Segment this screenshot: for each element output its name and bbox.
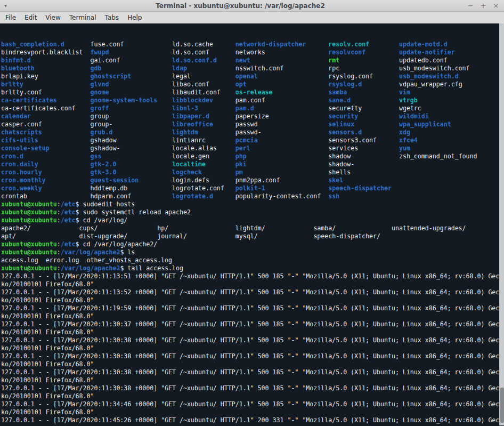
terminal-line: chatscripts grub.d lightdm passwd- senso…	[1, 128, 504, 136]
maximize-button[interactable]: +	[479, 1, 487, 11]
terminal-line: 127.0.0.1 - - [17/Mar/2020:11:30:38 +000…	[1, 352, 504, 360]
menu-item-tabs[interactable]: Tabs	[101, 13, 124, 22]
menu-item-help[interactable]: Help	[123, 13, 146, 22]
terminal-line: cron.monthly guest-session login.defs pn…	[1, 176, 504, 184]
menu-item-terminal[interactable]: Terminal	[65, 13, 101, 22]
terminal-line: bash_completion.d fuse.conf ld.so.cache …	[1, 41, 504, 49]
terminal-line: brlapi.key ghostscript legal openal rsys…	[1, 73, 504, 81]
terminal-line: ko/20100101 Firefox/68.0"	[1, 408, 504, 416]
terminal-line: xubuntu@xubuntu:/var/log/apache2$ ls	[1, 248, 504, 256]
window-menu-icon[interactable]: ▾	[4, 3, 14, 9]
terminal-output[interactable]: bash_completion.d fuse.conf ld.so.cache …	[0, 23, 504, 425]
terminal-line: calendar group libpaper.d papersize secu…	[1, 112, 504, 120]
scrollbar-thumb[interactable]	[500, 388, 504, 423]
terminal-line: ko/20100101 Firefox/68.0"	[1, 328, 504, 336]
terminal-line: crontab hdparm.conf logrotate.d populari…	[1, 192, 504, 200]
terminal-line: access.log error.log other_vhosts_access…	[1, 256, 504, 264]
terminal-line: xubuntu@xubuntu:/etc$ cd /var/log/apache…	[1, 240, 504, 248]
terminal-line: xubuntu@xubuntu:/etc$ sudo systemctl rel…	[1, 208, 504, 216]
terminal-line: ko/20100101 Firefox/68.0"	[1, 280, 504, 288]
terminal-line: ko/20100101 Firefox/68.0"	[1, 360, 504, 368]
close-button[interactable]: ×	[492, 1, 500, 11]
terminal-line: ko/20100101 Firefox/68.0"	[1, 344, 504, 352]
menu-item-edit[interactable]: Edit	[20, 13, 41, 22]
terminal-line: console-setup gshadow- locale.alias perl…	[1, 144, 504, 152]
scrollbar-track[interactable]	[499, 23, 504, 425]
terminal-line: cron.hourly gtk-3.0 logcheck pm shells	[1, 168, 504, 176]
terminal-line: 127.0.0.1 - - [17/Mar/2020:11:13:51 +000…	[1, 272, 504, 280]
terminal-line: cron.weekly hddtemp.db logrotate.conf po…	[1, 184, 504, 192]
terminal-line: brltty.conf gnome libaudit.conf os-relea…	[1, 89, 504, 97]
terminal-line: apache2/ cups/ hp/ lightdm/ samba/ unatt…	[1, 224, 504, 232]
terminal-line: apt/ dist-upgrade/ journal/ mysql/ speec…	[1, 232, 504, 240]
terminal-lines: bash_completion.d fuse.conf ld.so.cache …	[1, 41, 504, 425]
terminal-line: ko/20100101 Firefox/68.0"	[1, 312, 504, 320]
terminal-line: 127.0.0.1 - - [17/Mar/2020:11:30:38 +000…	[1, 336, 504, 344]
terminal-line: xubuntu@xubuntu:/etc$ cd /var/log/	[1, 216, 504, 224]
titlebar: ▾ Terminal - xubuntu@xubuntu: /var/log/a…	[0, 0, 504, 12]
terminal-line: ko/20100101 Firefox/68.0"	[1, 392, 504, 400]
terminal-line: cifs-utils gshadow lintianrc pcmcia sens…	[1, 136, 504, 144]
terminal-line: cron.daily gtk-2.0 localtime pki shadow-	[1, 160, 504, 168]
menubar: FileEditViewTerminalTabsHelp	[0, 12, 504, 23]
terminal-line: ko/20100101 Firefox/68.0"	[1, 296, 504, 304]
terminal-line: 127.0.0.1 - - [17/Mar/2020:11:30:38 +000…	[1, 384, 504, 392]
terminal-line: 127.0.0.1 - - [17/Mar/2020:11:30:38 +000…	[1, 368, 504, 376]
terminal-line: 127.0.0.1 - - [17/Mar/2020:11:13:52 +000…	[1, 288, 504, 296]
terminal-line: xubuntu@xubuntu:/var/log/apache2$ tail a…	[1, 264, 504, 272]
minimize-button[interactable]: −	[467, 1, 474, 11]
terminal-line: 127.0.0.1 - - [17/Mar/2020:11:45:26 +000…	[1, 416, 504, 424]
terminal-line: ca-certificates.conf groff libnl-3 pam.d…	[1, 105, 504, 112]
terminal-line: ko/20100101 Firefox/68.0"	[1, 424, 504, 425]
terminal-line: 127.0.0.1 - - [17/Mar/2020:11:19:59 +000…	[1, 304, 504, 312]
window-title: Terminal - xubuntu@xubuntu: /var/log/apa…	[14, 2, 467, 10]
terminal-line: bindresvport.blacklist fwupd ld.so.conf …	[1, 49, 504, 57]
terminal-line: brltty glvnd libao.conf opt rsyslog.d vd…	[1, 81, 504, 89]
terminal-line: 127.0.0.1 - - [17/Mar/2020:11:34:46 +000…	[1, 400, 504, 408]
terminal-line: xubuntu@xubuntu:/etc$ sudoedit hosts	[1, 200, 504, 208]
terminal-line: ko/20100101 Firefox/68.0"	[1, 376, 504, 384]
terminal-line: ca-certificates gnome-system-tools libbl…	[1, 97, 504, 105]
window-controls: − + ×	[467, 1, 500, 11]
terminal-line: 127.0.0.1 - - [17/Mar/2020:11:30:37 +000…	[1, 320, 504, 328]
menu-item-file[interactable]: File	[1, 13, 20, 22]
terminal-line: cron.d gss locale.gen php shadow zsh_com…	[1, 152, 504, 160]
terminal-line: casper.conf group- libreoffice passwd se…	[1, 120, 504, 128]
terminal-line: binfmt.d gai.conf ld.so.conf.d newt rmt …	[1, 57, 504, 65]
menu-item-view[interactable]: View	[41, 13, 64, 22]
terminal-line: bluetooth gdb ldap nsswitch.conf rpc usb…	[1, 65, 504, 73]
